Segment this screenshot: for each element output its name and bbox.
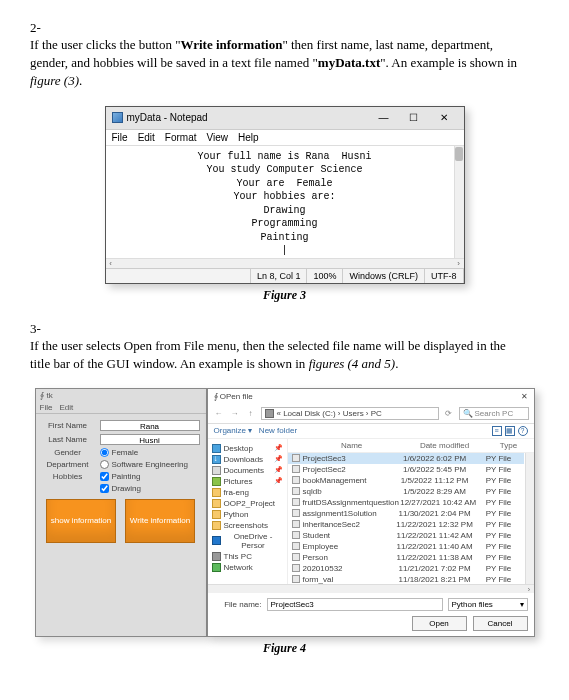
write-information-button[interactable]: Write information [125, 499, 195, 543]
sidebar-item[interactable]: Screenshots [212, 521, 283, 530]
folder-icon [212, 510, 221, 519]
folder-icon [212, 563, 221, 572]
search-icon: 🔍 [463, 409, 473, 418]
pin-icon: 📌 [274, 455, 283, 463]
hobbies-label: Hobbies [42, 472, 94, 481]
file-icon [292, 575, 300, 583]
col-type[interactable]: Type [488, 441, 530, 450]
sidebar-item[interactable]: fra-eng [212, 488, 283, 497]
gui-menu-file[interactable]: File [40, 403, 53, 412]
organize-menu[interactable]: Organize ▾ [214, 426, 253, 435]
dialog-close-button[interactable]: ✕ [521, 392, 528, 401]
q3-num: 3- [30, 321, 48, 337]
notepad-menubar: File Edit Format View Help [106, 130, 464, 146]
file-row[interactable]: assignment1Solution11/30/2021 2:04 PMPY … [288, 508, 524, 519]
scrollbar-horizontal[interactable]: › [208, 584, 534, 593]
show-information-button[interactable]: show information [46, 499, 116, 543]
file-row[interactable]: 20201053211/21/2021 7:02 PMPY File [288, 563, 524, 574]
menu-file[interactable]: File [112, 132, 128, 143]
folder-icon [212, 455, 221, 464]
question-2: 2- If the user clicks the button "Write … [30, 20, 539, 91]
col-name[interactable]: Name [292, 441, 402, 450]
file-row[interactable]: sqldb1/5/2022 8:29 AMPY File [288, 486, 524, 497]
cancel-button[interactable]: Cancel [473, 616, 528, 631]
col-date[interactable]: Date modified [402, 441, 488, 450]
notepad-icon [112, 112, 123, 123]
file-list: Name Date modified Type ProjectSec31/6/2… [288, 439, 534, 584]
sidebar-item[interactable]: Python [212, 510, 283, 519]
notepad-title: myData - Notepad [127, 112, 208, 123]
dept-se-radio[interactable]: Software Engineering [100, 460, 189, 469]
view-details-icon[interactable]: ▦ [505, 426, 515, 436]
menu-help[interactable]: Help [238, 132, 259, 143]
refresh-button[interactable]: ⟳ [443, 409, 455, 418]
last-name-label: Last Name [42, 435, 94, 444]
open-button[interactable]: Open [412, 616, 467, 631]
nav-up-button[interactable]: ↑ [245, 409, 257, 418]
file-row[interactable]: Student11/22/2021 11:42 AMPY File [288, 530, 524, 541]
notepad-textarea[interactable]: Your full name is Rana Husni You study C… [106, 146, 464, 258]
sidebar-item[interactable]: Network [212, 563, 283, 572]
file-name-input[interactable] [267, 598, 443, 611]
minimize-button[interactable]: — [370, 110, 398, 126]
file-row[interactable]: Employee11/22/2021 11:40 AMPY File [288, 541, 524, 552]
menu-format[interactable]: Format [165, 132, 197, 143]
pin-icon: 📌 [274, 477, 283, 485]
file-row[interactable]: form_val11/18/2021 8:21 PMPY File [288, 574, 524, 584]
file-icon [292, 465, 300, 473]
open-file-dialog: ∮ OPen file ✕ ← → ↑ « Local Disk (C:) › … [207, 388, 535, 637]
maximize-button[interactable]: ☐ [400, 110, 428, 126]
notepad-statusbar: Ln 8, Col 1 100% Windows (CRLF) UTF-8 [106, 268, 464, 283]
sidebar-item[interactable]: OneDrive - Persor [212, 532, 283, 550]
gui-menu-edit[interactable]: Edit [59, 403, 73, 412]
figure-3-caption: Figure 3 [30, 288, 539, 303]
folder-icon [212, 536, 221, 545]
file-row[interactable]: ProjectSec31/6/2022 6:02 PMPY File [288, 453, 524, 464]
file-row[interactable]: ProjectSec21/6/2022 5:45 PMPY File [288, 464, 524, 475]
folder-icon [212, 444, 221, 453]
file-icon [292, 487, 300, 495]
sidebar-item[interactable]: OOP2_Project [212, 499, 283, 508]
new-folder-button[interactable]: New folder [259, 426, 297, 435]
last-name-input[interactable]: Husni [100, 434, 200, 445]
sidebar-item[interactable]: Documents📌 [212, 466, 283, 475]
file-row[interactable]: inheritanceSec211/22/2021 12:32 PMPY Fil… [288, 519, 524, 530]
first-name-input[interactable]: Rana [100, 420, 200, 431]
file-row[interactable]: fruitDSAssignmentquestion12/27/2021 10:4… [288, 497, 524, 508]
nav-back-button[interactable]: ← [213, 409, 225, 418]
scrollbar-vertical[interactable] [454, 146, 464, 258]
search-input[interactable]: 🔍Search PC [459, 407, 529, 420]
hobby-painting-check[interactable]: Painting [100, 472, 141, 481]
status-zoom: 100% [307, 269, 343, 283]
folder-icon [212, 552, 221, 561]
file-icon [292, 520, 300, 528]
scrollbar-horizontal[interactable]: ‹› [106, 258, 464, 268]
view-list-icon[interactable]: ≡ [492, 426, 502, 436]
file-icon [292, 564, 300, 572]
sidebar-item[interactable]: This PC [212, 552, 283, 561]
file-type-filter[interactable]: Python files▾ [448, 598, 528, 611]
close-button[interactable]: ✕ [430, 110, 458, 126]
gender-female-radio[interactable]: Female [100, 448, 139, 457]
file-row[interactable]: Person11/22/2021 11:38 AMPY File [288, 552, 524, 563]
nav-forward-button[interactable]: → [229, 409, 241, 418]
sidebar-item[interactable]: Downloads📌 [212, 455, 283, 464]
question-3: 3- If the user selects Open from File me… [30, 321, 539, 373]
status-pos: Ln 8, Col 1 [251, 269, 308, 283]
breadcrumb[interactable]: « Local Disk (C:) › Users › PC [261, 407, 439, 420]
q2-text: If the user clicks the button "Write inf… [30, 36, 520, 91]
sidebar-item[interactable]: Desktop📌 [212, 444, 283, 453]
sidebar-item[interactable]: Pictures📌 [212, 477, 283, 486]
file-row[interactable]: bookManagement1/5/2022 11:12 PMPY File [288, 475, 524, 486]
file-icon [292, 509, 300, 517]
first-name-label: First Name [42, 421, 94, 430]
scrollbar-vertical[interactable] [525, 453, 534, 584]
pin-icon: 📌 [274, 444, 283, 452]
menu-edit[interactable]: Edit [138, 132, 155, 143]
help-icon[interactable]: ? [518, 426, 528, 436]
menu-view[interactable]: View [207, 132, 229, 143]
file-icon [292, 531, 300, 539]
q3-text: If the user selects Open from File menu,… [30, 337, 520, 373]
hobby-drawing-check[interactable]: Drawing [100, 484, 141, 493]
figure-3: myData - Notepad — ☐ ✕ File Edit Format … [30, 106, 539, 303]
